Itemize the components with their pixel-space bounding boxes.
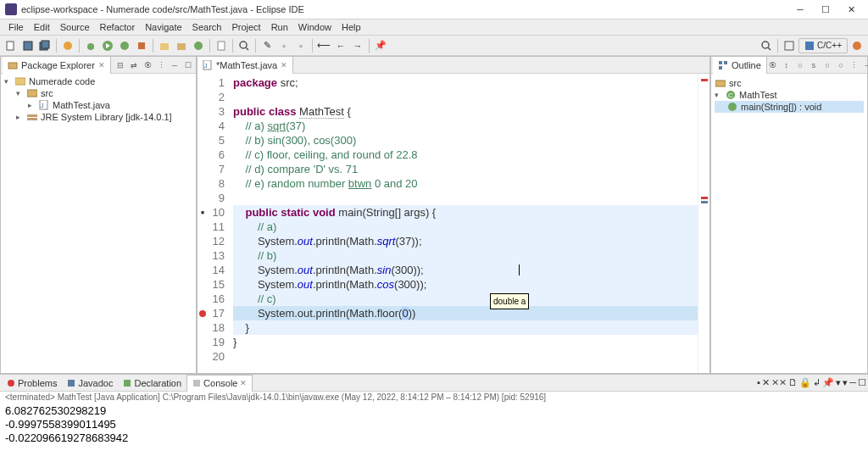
minimize-panel-icon[interactable]: ─	[862, 59, 868, 71]
annotation-prev-icon[interactable]: ◦	[276, 38, 292, 53]
outline-method-node[interactable]: main(String[]) : void	[715, 101, 864, 113]
outline-class-node[interactable]: ▾ C MathTest	[715, 89, 864, 101]
clear-console-icon[interactable]: 🗋	[788, 377, 798, 388]
close-button[interactable]: ✕	[839, 2, 863, 17]
menu-help[interactable]: Help	[337, 20, 366, 34]
external-tools-icon[interactable]	[134, 38, 149, 53]
code-text[interactable]: package src; public class MathTest { // …	[230, 74, 698, 373]
code-editor[interactable]: ▪ 12345 678910 1112131415 1617181920 pac…	[198, 74, 709, 373]
menu-search[interactable]: Search	[187, 20, 227, 34]
save-all-icon[interactable]	[37, 38, 53, 53]
expand-toggle-icon[interactable]: ▾	[4, 77, 14, 86]
hide-nonpublic-icon[interactable]: ○	[821, 59, 833, 71]
toggle-mark-icon[interactable]: ✎	[259, 38, 275, 53]
focus-icon[interactable]: ⦿	[767, 59, 779, 71]
overview-error-mark[interactable]	[701, 79, 708, 81]
package-explorer-tree: ▾ Numerade code ▾ src ▸ J MathTest.java …	[1, 74, 196, 125]
new-java-project-icon[interactable]	[157, 38, 172, 53]
console-output[interactable]: 6.082762530298219 -0.9997558399011495 -0…	[0, 403, 868, 473]
outline-tab[interactable]: Outline	[713, 57, 767, 74]
menu-navigate[interactable]: Navigate	[140, 20, 186, 34]
menu-source[interactable]: Source	[55, 20, 95, 34]
pin-console-icon[interactable]: 📌	[822, 377, 834, 388]
maximize-button[interactable]: ☐	[814, 2, 837, 17]
svg-rect-21	[8, 63, 17, 69]
svg-line-17	[768, 47, 771, 50]
menu-window[interactable]: Window	[293, 20, 337, 34]
build-icon[interactable]	[60, 38, 75, 53]
link-editor-icon[interactable]: ⇄	[128, 59, 140, 71]
console-tab[interactable]: Console✕	[186, 375, 253, 392]
annotation-next-icon[interactable]: ◦	[293, 38, 309, 53]
menu-edit[interactable]: Edit	[29, 20, 55, 34]
src-folder-node[interactable]: ▾ src	[4, 87, 192, 99]
jre-library-node[interactable]: ▸ JRE System Library [jdk-14.0.1]	[4, 111, 192, 123]
save-icon[interactable]	[20, 38, 36, 53]
view-menu-icon[interactable]: ⋮	[155, 59, 167, 71]
remove-all-icon[interactable]: ⨯⨯	[771, 377, 787, 388]
perspective-switcher[interactable]: C/C++	[798, 38, 848, 53]
menu-refactor[interactable]: Refactor	[95, 20, 141, 34]
new-icon[interactable]	[3, 38, 19, 53]
minimize-panel-icon[interactable]: ─	[169, 59, 181, 71]
expand-toggle-icon[interactable]: ▸	[16, 113, 26, 121]
package-explorer-tab[interactable]: Package Explorer ✕	[3, 57, 111, 74]
maximize-panel-icon[interactable]: ☐	[858, 377, 866, 388]
back-icon[interactable]: ←	[333, 38, 348, 53]
open-type-icon[interactable]	[214, 38, 229, 53]
hide-static-icon[interactable]: s	[808, 59, 820, 71]
minimize-button[interactable]: ─	[788, 2, 812, 17]
declaration-tab[interactable]: Declaration	[118, 375, 186, 392]
svg-text:J: J	[204, 63, 208, 69]
java-file-node[interactable]: ▸ J MathTest.java	[4, 99, 192, 111]
problems-tab[interactable]: Problems	[2, 375, 62, 392]
maximize-panel-icon[interactable]: ☐	[182, 59, 194, 71]
quick-access-icon[interactable]	[759, 38, 774, 53]
overview-caret-mark[interactable]	[701, 201, 708, 203]
focus-task-icon[interactable]: ⦿	[142, 59, 153, 71]
word-wrap-icon[interactable]: ↲	[813, 377, 821, 388]
debug-icon[interactable]	[83, 38, 98, 53]
overview-ruler[interactable]	[698, 74, 709, 373]
expand-toggle-icon[interactable]: ▾	[16, 89, 26, 97]
expand-toggle-icon[interactable]: ▾	[715, 91, 725, 99]
close-icon[interactable]: ✕	[240, 379, 247, 387]
console-description: <terminated> MathTest [Java Application]…	[0, 392, 868, 403]
remove-launch-icon[interactable]: ✕	[762, 377, 770, 388]
project-node[interactable]: ▾ Numerade code	[4, 75, 192, 87]
new-package-icon[interactable]	[174, 38, 189, 53]
outline-class-label: MathTest	[739, 90, 777, 100]
new-class-icon[interactable]	[191, 38, 206, 53]
editor-tab-label: *MathTest.java	[216, 60, 277, 70]
display-selected-icon[interactable]: ▾	[836, 377, 841, 388]
close-icon[interactable]: ✕	[281, 61, 287, 70]
pin-editor-icon[interactable]: 📌	[373, 38, 388, 53]
view-menu-icon[interactable]: ⋮	[849, 59, 860, 71]
run-icon[interactable]	[100, 38, 115, 53]
sort-icon[interactable]: ↕	[781, 59, 793, 71]
editor-tab-mathtest[interactable]: J *MathTest.java ✕	[198, 57, 293, 74]
outline-package-node[interactable]: src	[715, 77, 864, 89]
hide-fields-icon[interactable]: ○	[794, 59, 806, 71]
open-perspective-icon[interactable]	[782, 38, 797, 53]
hide-local-icon[interactable]: ○	[835, 59, 847, 71]
expand-toggle-icon[interactable]: ▸	[28, 101, 38, 109]
overview-error-mark[interactable]	[701, 197, 708, 199]
minimize-panel-icon[interactable]: ─	[849, 377, 856, 388]
menu-project[interactable]: Project	[226, 20, 265, 34]
collapse-all-icon[interactable]: ⊟	[114, 59, 126, 71]
forward-icon[interactable]: →	[350, 38, 365, 53]
coverage-icon[interactable]	[117, 38, 132, 53]
outline-pkg-label: src	[729, 78, 742, 88]
menu-file[interactable]: File	[3, 20, 29, 34]
terminate-all-icon[interactable]: ▪	[757, 377, 760, 388]
error-marker-icon[interactable]	[198, 306, 208, 320]
open-console-icon[interactable]: ▾	[843, 377, 848, 388]
last-edit-icon[interactable]: ⟵	[316, 38, 331, 53]
search-icon[interactable]	[236, 38, 252, 53]
scroll-lock-icon[interactable]: 🔒	[799, 377, 811, 388]
menu-run[interactable]: Run	[266, 20, 293, 34]
close-icon[interactable]: ✕	[98, 61, 105, 70]
java-perspective-icon[interactable]	[849, 38, 865, 53]
javadoc-tab[interactable]: Javadoc	[62, 375, 118, 392]
